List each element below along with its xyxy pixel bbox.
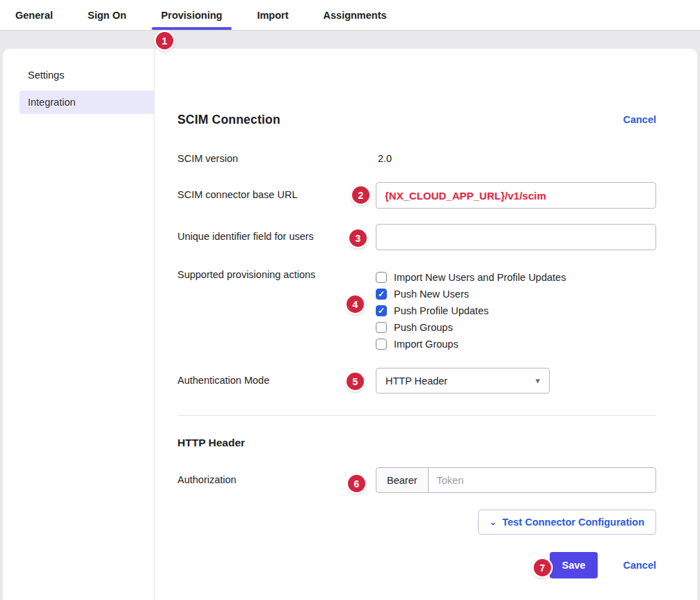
annotation-badge-4: 4 [347, 295, 364, 313]
section-divider [177, 415, 656, 416]
tab-sign-on[interactable]: Sign On [83, 0, 131, 30]
annotation-badge-2: 2 [352, 186, 369, 204]
test-connector-button[interactable]: ⌄ Test Connector Configuration [478, 510, 656, 535]
scim-version-label: SCIM version [177, 153, 376, 164]
authorization-group: Bearer [376, 467, 656, 493]
tab-label: General [15, 10, 53, 21]
sidebar-heading: Settings [3, 70, 154, 81]
tab-import[interactable]: Import [253, 0, 292, 30]
base-url-label: SCIM connector base URL [177, 182, 376, 200]
checkbox[interactable]: ✓ [376, 322, 387, 333]
checkbox-label: Import New Users and Profile Updates [394, 272, 566, 283]
checkbox-label: Push Profile Updates [394, 305, 488, 316]
checkbox[interactable]: ✓ [376, 305, 387, 316]
tab-label: Import [257, 10, 288, 21]
checkbox-label: Push New Users [394, 289, 469, 300]
checkbox-label: Push Groups [394, 322, 453, 333]
test-connector-icon: ⌄ [490, 518, 497, 526]
test-connector-label: Test Connector Configuration [502, 517, 644, 528]
auth-mode-value: HTTP Header [385, 375, 447, 387]
auth-mode-select[interactable]: HTTP Header ▾ [376, 368, 550, 394]
tab-assignments[interactable]: Assignments [319, 0, 391, 30]
bearer-prefix: Bearer [376, 467, 429, 493]
provisioning-actions-label: Supported provisioning actions [177, 269, 376, 280]
sidebar-item-integration[interactable]: Integration [19, 90, 154, 114]
checkbox[interactable]: ✓ [376, 289, 387, 300]
tab-label: Assignments [324, 10, 387, 21]
annotation-badge-1: 1 [156, 32, 173, 49]
provisioning-actions-group: ✓ Import New Users and Profile Updates ✓… [376, 269, 656, 352]
annotation-badge-3: 3 [349, 229, 367, 247]
cancel-link-bottom[interactable]: Cancel [623, 560, 656, 571]
tab-label: Sign On [88, 10, 127, 21]
scim-version-value: 2.0 [376, 153, 656, 164]
unique-id-input[interactable] [376, 224, 656, 250]
chevron-down-icon: ▾ [535, 375, 540, 386]
scim-connection-form: SCIM Connection Cancel SCIM version 2.0 … [154, 49, 697, 600]
http-header-heading: HTTP Header [177, 437, 656, 449]
option-push-new-users[interactable]: ✓ Push New Users [376, 286, 656, 302]
check-icon: ✓ [378, 307, 385, 315]
cancel-link-top[interactable]: Cancel [623, 114, 656, 125]
checkbox[interactable]: ✓ [376, 272, 387, 283]
check-icon: ✓ [378, 290, 385, 298]
auth-mode-label: Authentication Mode [177, 368, 376, 386]
annotation-badge-5: 5 [347, 373, 364, 390]
unique-id-label: Unique identifier field for users [177, 224, 376, 242]
tab-label: Provisioning [161, 10, 223, 21]
option-import-new-users[interactable]: ✓ Import New Users and Profile Updates [376, 269, 656, 286]
annotation-badge-7: 7 [534, 559, 551, 576]
checkbox[interactable]: ✓ [376, 339, 387, 350]
annotation-badge-6: 6 [348, 475, 365, 492]
page-title: SCIM Connection [177, 113, 280, 127]
option-push-profile-updates[interactable]: ✓ Push Profile Updates [376, 302, 656, 319]
app-tab-bar: General Sign On Provisioning Import Assi… [0, 0, 700, 31]
base-url-input[interactable] [376, 182, 656, 209]
settings-sidebar: Settings Integration [3, 49, 154, 600]
option-import-groups[interactable]: ✓ Import Groups [376, 336, 656, 352]
save-button[interactable]: Save [550, 552, 598, 578]
token-input[interactable] [428, 467, 656, 493]
authorization-label: Authorization [177, 467, 376, 485]
checkbox-label: Import Groups [394, 339, 459, 350]
settings-card: Settings Integration SCIM Connection Can… [3, 49, 697, 600]
tab-general[interactable]: General [11, 0, 57, 30]
provisioning-page: General Sign On Provisioning Import Assi… [0, 0, 700, 600]
option-push-groups[interactable]: ✓ Push Groups [376, 319, 656, 336]
tab-provisioning[interactable]: Provisioning [157, 0, 227, 30]
